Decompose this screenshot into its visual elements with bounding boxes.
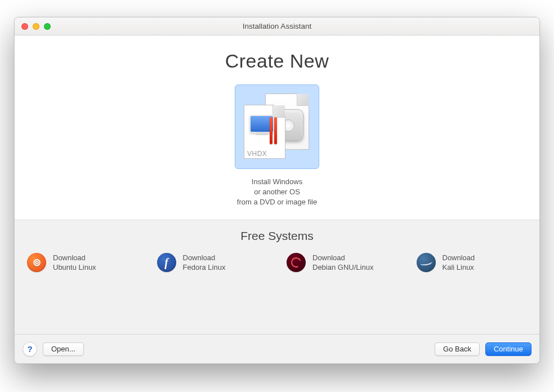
install-from-media-card[interactable]: VHDX (235, 84, 319, 169)
create-new-section: Create New VHDX Install Wi (15, 35, 539, 207)
installation-assistant-window: Installation Assistant Create New VHDX (14, 17, 540, 364)
free-systems-section: Free Systems ⊚ Download Ubuntu Linux f (15, 220, 539, 334)
open-button[interactable]: Open... (43, 342, 84, 356)
free-systems-row: ⊚ Download Ubuntu Linux f Download Fedor… (15, 253, 539, 272)
go-back-button[interactable]: Go Back (435, 342, 480, 356)
free-system-label: Download Kali Linux (443, 253, 475, 272)
free-system-label: Download Fedora Linux (183, 253, 226, 272)
ubuntu-icon: ⊚ (27, 253, 46, 272)
window-title: Installation Assistant (15, 22, 539, 30)
window-zoom-button[interactable] (44, 23, 51, 30)
page-heading: Create New (15, 50, 539, 72)
card-caption: Install Windows or another OS from a DVD… (15, 177, 539, 207)
footer-bar: ? Open... Go Back Continue (15, 334, 539, 363)
free-system-fedora[interactable]: f Download Fedora Linux (157, 253, 268, 272)
fedora-icon: f (157, 253, 176, 272)
kali-icon (417, 253, 436, 272)
install-media-icon: VHDX (240, 90, 314, 163)
free-systems-heading: Free Systems (15, 229, 539, 243)
free-system-ubuntu[interactable]: ⊚ Download Ubuntu Linux (27, 253, 138, 272)
caption-line: Install Windows (15, 177, 539, 187)
free-system-debian[interactable]: Download Debian GNU/Linux (287, 253, 397, 272)
free-system-label: Download Ubuntu Linux (53, 253, 96, 272)
continue-button[interactable]: Continue (485, 342, 531, 356)
debian-icon (287, 253, 306, 272)
window-minimize-button[interactable] (33, 23, 39, 30)
free-system-kali[interactable]: Download Kali Linux (417, 253, 528, 272)
window-close-button[interactable] (21, 23, 28, 30)
titlebar: Installation Assistant (15, 17, 539, 35)
help-button[interactable]: ? (23, 342, 37, 357)
caption-line: or another OS (15, 187, 539, 197)
vhdx-badge: VHDX (247, 150, 267, 158)
free-system-label: Download Debian GNU/Linux (312, 253, 373, 272)
traffic-lights (21, 23, 51, 30)
caption-line: from a DVD or image file (15, 197, 539, 207)
